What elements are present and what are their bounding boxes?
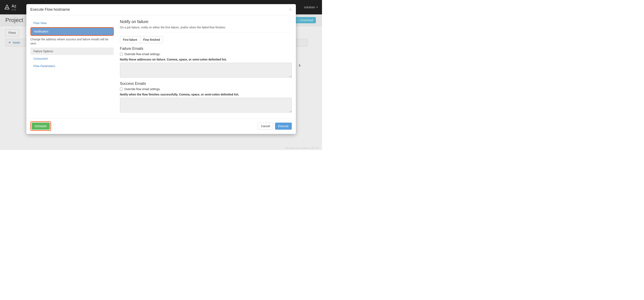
notify-failure-desc: On a job failure, notify on either the f…: [120, 26, 292, 29]
nav-notification[interactable]: Notification: [31, 28, 113, 35]
highlight-schedule: Schedule: [30, 122, 51, 131]
failure-emails-title: Failure Emails: [120, 46, 292, 51]
nav-failure-options[interactable]: Failure Options: [30, 48, 114, 55]
failure-emails-label: Notify these addresses on failure. Comma…: [120, 58, 292, 61]
failure-override-row[interactable]: Override flow email settings.: [120, 52, 292, 56]
nav-flow-parameters[interactable]: Flow Parameters: [30, 62, 114, 70]
success-emails-label: Notify when the flow finishes successful…: [120, 93, 292, 96]
content-panel: Notify on failure On a job failure, noti…: [120, 19, 292, 114]
btn-flow-finished[interactable]: Flow finished: [140, 36, 163, 43]
close-icon[interactable]: ×: [289, 7, 292, 12]
notify-failure-title: Notify on failure: [120, 19, 292, 24]
failure-emails-input[interactable]: [120, 63, 292, 78]
execute-button[interactable]: Execute: [275, 123, 292, 130]
notify-toggle-group: First failure Flow finished: [120, 36, 163, 43]
success-override-row[interactable]: Override flow email settings.: [120, 88, 292, 91]
watermark: https://blog.csdn.net/github_39577257: [284, 147, 320, 149]
cancel-button[interactable]: Cancel: [258, 123, 273, 130]
success-emails-input[interactable]: [120, 98, 292, 112]
nav-flow-view[interactable]: Flow View: [30, 19, 114, 27]
modal-title: Execute Flow hostname: [30, 8, 70, 12]
success-emails-title: Success Emails: [120, 82, 292, 86]
nav-notification-desc: Change the address where success and fai…: [30, 36, 114, 48]
failure-override-label: Override flow email settings.: [124, 52, 161, 56]
side-nav: Flow View Notification Change the addres…: [30, 19, 114, 114]
execute-flow-modal: Execute Flow hostname × Flow View Notifi…: [26, 4, 296, 134]
nav-concurrent[interactable]: Concurrent: [30, 55, 114, 62]
schedule-button[interactable]: Schedule: [32, 123, 50, 130]
divider: [120, 32, 292, 32]
success-override-label: Override flow email settings.: [124, 88, 161, 91]
modal-footer: Schedule Cancel Execute: [26, 118, 296, 134]
highlight-notification: Notification: [30, 27, 114, 36]
failure-override-checkbox[interactable]: [120, 53, 123, 56]
btn-first-failure[interactable]: First failure: [120, 36, 140, 43]
modal-body: Flow View Notification Change the addres…: [26, 15, 296, 118]
success-override-checkbox[interactable]: [120, 88, 123, 90]
modal-header: Execute Flow hostname ×: [26, 4, 296, 15]
